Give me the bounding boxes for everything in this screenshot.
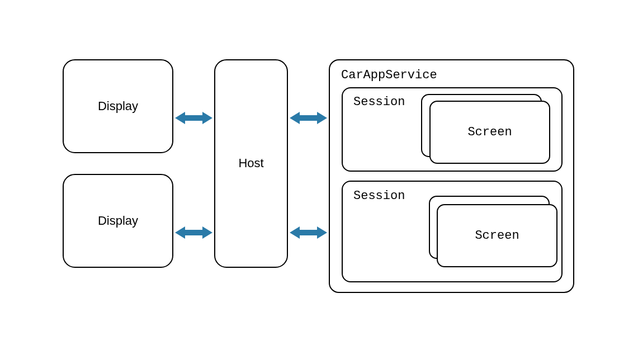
session-title-top: Session [353, 95, 405, 109]
arrow-display-bottom-host [175, 224, 212, 241]
svg-marker-2 [290, 112, 327, 124]
screen-label-bottom: Screen [475, 229, 519, 243]
screen-label-top: Screen [467, 125, 512, 139]
display-label-top: Display [98, 99, 138, 114]
car-app-service-title: CarAppService [341, 68, 437, 82]
svg-marker-0 [175, 112, 212, 124]
display-label-bottom: Display [98, 214, 138, 228]
svg-marker-1 [175, 226, 212, 239]
arrow-host-service-top [290, 110, 327, 126]
session-title-bottom: Session [353, 189, 405, 203]
arrow-display-top-host [175, 110, 212, 126]
svg-marker-3 [290, 226, 327, 239]
host-label: Host [238, 156, 263, 171]
arrow-host-service-bottom [290, 224, 327, 241]
architecture-diagram: Display Display Host CarAppService Sessi… [0, 0, 638, 364]
